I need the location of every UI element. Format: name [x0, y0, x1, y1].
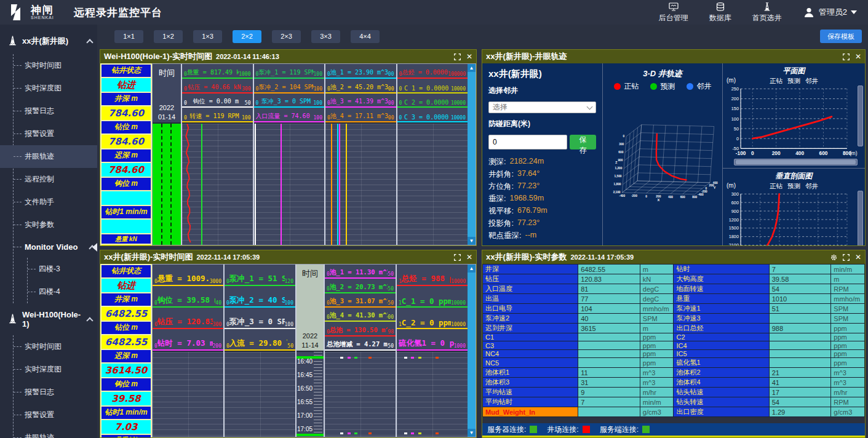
- panel-tl-close-icon[interactable]: ✕: [466, 53, 472, 60]
- param-name-cell: Mud_Weight_In: [483, 407, 578, 417]
- header-menu-3[interactable]: 首页选井: [752, 2, 782, 23]
- param-value: 784.60: [102, 135, 151, 148]
- panel-bl-scrollbar[interactable]: ▲▼: [468, 265, 476, 437]
- sidebar-item-label: 四楼-4: [39, 287, 60, 297]
- panel-tl-expand-icon[interactable]: [454, 54, 461, 60]
- sidebar-item-报警日志[interactable]: 报警日志: [14, 100, 97, 122]
- header-menu-2[interactable]: 数据库: [709, 2, 731, 23]
- curve-legend-line: 0入流 = 29.80 l/s50: [225, 329, 295, 351]
- neighbor-well-select[interactable]: 选择: [488, 102, 596, 113]
- svg-text:1,800: 1,800: [614, 183, 621, 186]
- param-name-cell: NC4: [483, 349, 578, 357]
- sidebar-item-报警设置[interactable]: 报警设置: [14, 404, 97, 426]
- anticollision-save-button[interactable]: 保存: [570, 135, 596, 149]
- panel-realtime-params: xx井(新井眼)-实时参数 2022-11-14 17:05:39 ✕ 井深64…: [482, 250, 866, 438]
- panel-bl-expand-icon[interactable]: [454, 254, 461, 261]
- scroll-up-icon[interactable]: ▲: [468, 64, 476, 72]
- sidebar-item-实时时间图[interactable]: 实时时间图: [14, 335, 97, 358]
- legend-swatch: [614, 83, 621, 90]
- chevron-up-icon: [86, 39, 93, 46]
- sidebar-item-实时参数[interactable]: 实时参数: [14, 213, 97, 236]
- header-menu-label: 后台管理: [659, 14, 688, 23]
- curve-label-value: 池_3 = 31.07 m^3: [330, 297, 388, 306]
- panel-tr-expand-icon[interactable]: [843, 54, 850, 60]
- layout-button-2×2[interactable]: 2×2: [233, 30, 261, 43]
- sidebar-item-实时深度图[interactable]: 实时深度图: [14, 77, 97, 100]
- curve-track: 0悬重 = 1009.7 kN30000钩位 = 39.58 m400钻压 = …: [153, 265, 223, 437]
- sidebar-item-报警设置[interactable]: 报警设置: [14, 122, 97, 145]
- plan-hscrollbar[interactable]: [734, 159, 858, 165]
- sidebar-group-2[interactable]: Wei-H100(Hole-1): [0, 303, 97, 335]
- svg-text:300: 300: [619, 143, 624, 146]
- panel-bl-timestamp: 2022-11-14 17:05:39: [196, 253, 260, 261]
- sidebar-item-四楼-4[interactable]: 四楼-4: [28, 281, 97, 303]
- header-menu-label: 数据库: [709, 14, 731, 23]
- sidebar-collapse-handle[interactable]: [92, 243, 97, 252]
- sidebar-item-实时深度图[interactable]: 实时深度图: [14, 358, 97, 381]
- curve-max: 10000: [451, 100, 466, 106]
- plan-vscrollbar[interactable]: [858, 86, 863, 146]
- panel-time-chart-2: xx井(新井眼)-实时时间图 2022-11-14 17:05:39 ✕ 钻井状…: [100, 250, 477, 438]
- curve-label-value: 泵冲_2 = 40 SPM: [229, 295, 285, 306]
- app-title: 远程录井监控平台: [74, 6, 162, 20]
- layout-toolbar: 1×11×21×32×22×33×34×4 保存模板: [97, 25, 868, 48]
- param-unit-cell: g/cm3: [831, 407, 865, 417]
- panel-bl-close-icon[interactable]: ✕: [466, 253, 472, 261]
- sidebar-item-井眼轨迹[interactable]: 井眼轨迹: [14, 426, 97, 438]
- layout-button-1×2[interactable]: 1×2: [154, 30, 183, 43]
- sidebar-subgroup-monitor-video[interactable]: Monitor Video: [14, 236, 97, 258]
- connection-status-bar: 服务器连接:井场连接:服务端连接:: [482, 423, 865, 437]
- param-value: 钻进: [102, 78, 151, 92]
- save-template-button[interactable]: 保存模板: [820, 30, 862, 43]
- table-row: 出口电导104mmho/m泵冲速151SPM: [483, 304, 865, 314]
- layout-button-2×3[interactable]: 2×3: [272, 30, 301, 43]
- param-label: 迟深 m: [102, 149, 151, 162]
- param-name-cell: 泵冲速3: [674, 314, 769, 324]
- user-menu[interactable]: 管理员2: [803, 6, 857, 18]
- database-icon: [715, 2, 725, 14]
- panel-tr-close-icon[interactable]: ✕: [855, 53, 861, 60]
- trajectory-stat: 视平移:676.79m: [488, 206, 596, 217]
- mini-chart-canvas: 250200150100500-50-1000200400600800(m): [724, 86, 864, 157]
- param-label: 钻位 m: [102, 322, 151, 334]
- table-row: 井深6482.55m钻时7min/m: [483, 265, 865, 274]
- table-row: NC4ppmIC5ppm: [483, 349, 865, 357]
- panel-br-settings-icon[interactable]: [830, 254, 837, 261]
- header-menu: 后台管理数据库首页选井 管理员2: [659, 2, 868, 23]
- shenkai-logo: 神闸 SHENKAI: [0, 3, 60, 22]
- curve-max: 100: [285, 300, 293, 306]
- panel-tl-scrollbar[interactable]: ▲▼: [468, 64, 476, 245]
- scroll-down-icon[interactable]: ▼: [468, 429, 476, 437]
- scroll-down-icon[interactable]: ▼: [468, 237, 476, 245]
- sidebar-item-四楼-3[interactable]: 四楼-3: [28, 258, 97, 281]
- svg-text:200: 200: [709, 184, 714, 187]
- header-menu-1[interactable]: 后台管理: [659, 2, 688, 23]
- track-header: 0池_1 = 11.30 m^3500池_2 = 20.73 m^3500池_3…: [325, 265, 396, 352]
- header-menu-label: 首页选井: [752, 14, 782, 23]
- param-name-cell: 悬重: [674, 294, 769, 304]
- anticollision-distance-input[interactable]: [488, 135, 567, 149]
- curve-label-value: 池_1 = 11.30 m^3: [330, 268, 388, 277]
- data-marker: [436, 432, 439, 434]
- sidebar-group-label: xx井(新井眼): [22, 36, 68, 47]
- sidebar-item-井眼轨迹[interactable]: 井眼轨迹: [0, 145, 97, 168]
- sidebar-item-文件助手[interactable]: 文件助手: [14, 191, 97, 213]
- curve-label-value: 池_2 = 45.20 m^3: [330, 83, 388, 92]
- layout-button-1×3[interactable]: 1×3: [193, 30, 222, 43]
- sidebar-item-远程控制[interactable]: 远程控制: [14, 168, 97, 191]
- panel-br-expand-icon[interactable]: [843, 254, 850, 261]
- sidebar-item-报警日志[interactable]: 报警日志: [14, 381, 97, 404]
- layout-button-3×3[interactable]: 3×3: [311, 30, 340, 43]
- svg-text:600: 600: [819, 150, 828, 156]
- sidebar-item-实时时间图[interactable]: 实时时间图: [14, 54, 97, 77]
- panel-br-close-icon[interactable]: ✕: [855, 253, 861, 261]
- sidebar-group-1[interactable]: xx井(新井眼): [0, 28, 97, 54]
- curve-legend-line: 0泵冲_2 = 104 SPM100: [254, 79, 325, 94]
- param-value-cell: 1010: [769, 294, 831, 304]
- section-vscrollbar[interactable]: [858, 191, 863, 246]
- curve-label-value: 池_1 = 23.90 m^3: [330, 68, 388, 77]
- layout-button-1×1[interactable]: 1×1: [114, 30, 143, 43]
- scroll-up-icon[interactable]: ▲: [468, 265, 476, 273]
- legend-swatch: [650, 83, 657, 90]
- layout-button-4×4[interactable]: 4×4: [351, 30, 380, 43]
